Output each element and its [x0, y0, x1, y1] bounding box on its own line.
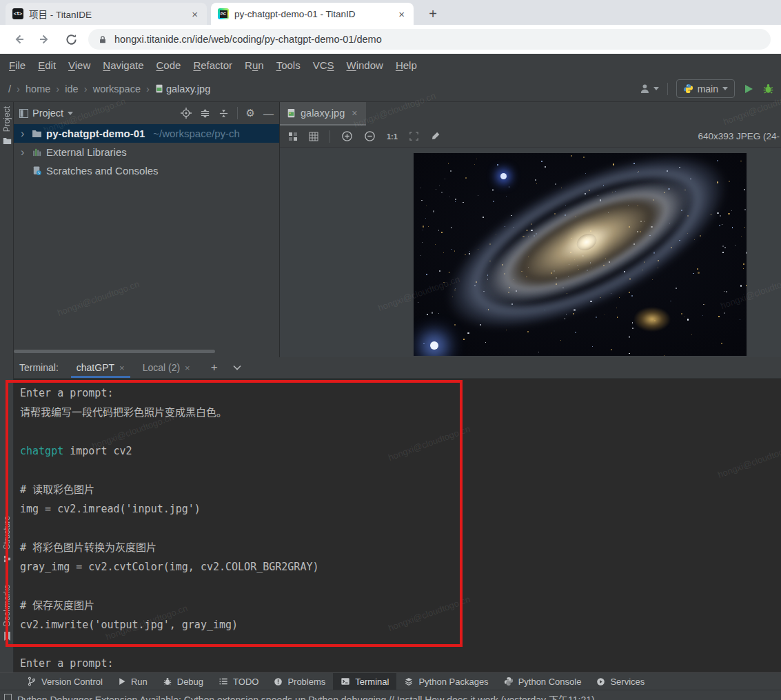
- blue-star: [500, 173, 507, 179]
- menu-file[interactable]: File: [3, 59, 32, 71]
- close-icon[interactable]: ×: [185, 363, 190, 373]
- stripe-tab-project[interactable]: Project: [0, 106, 14, 145]
- terminal-line: [20, 577, 781, 596]
- terminal-line: # 保存灰度图片: [20, 596, 781, 615]
- editor-tab-galaxy[interactable]: galaxy.jpg ×: [280, 102, 366, 126]
- menu-window[interactable]: Window: [341, 59, 389, 71]
- lock-icon: [98, 34, 108, 45]
- breadcrumb-item[interactable]: home: [24, 83, 52, 94]
- menu-navigate[interactable]: Navigate: [97, 59, 150, 71]
- toolwindow-terminal[interactable]: Terminal: [333, 673, 396, 690]
- tree-item-external-libraries[interactable]: › External Libraries: [14, 143, 279, 161]
- browser-tab-pycharm-demo[interactable]: PC py-chatgpt-demo-01 - TitanID ×: [211, 3, 414, 25]
- stripe-tab-bookmarks[interactable]: Bookmarks: [0, 585, 14, 641]
- toolwindow-debug[interactable]: Debug: [155, 673, 211, 690]
- refresh-icon[interactable]: [63, 32, 79, 47]
- image-info-text: 640x393 JPEG (24-: [698, 131, 780, 141]
- settings-gear-icon[interactable]: ⚙: [246, 107, 255, 119]
- tree-item-scratches[interactable]: Scratches and Consoles: [14, 161, 279, 180]
- menu-run[interactable]: Run: [239, 59, 270, 71]
- toolwindow-services[interactable]: Services: [589, 673, 652, 690]
- collapse-all-icon[interactable]: [219, 108, 229, 119]
- menu-code[interactable]: Code: [150, 59, 187, 71]
- galaxy-image[interactable]: [414, 153, 747, 356]
- terminal-line: Enter a prompt:: [20, 383, 781, 403]
- horizontal-scrollbar[interactable]: [14, 350, 215, 353]
- menu-tools[interactable]: Tools: [270, 59, 307, 71]
- transparency-chessboard-icon[interactable]: [288, 132, 298, 141]
- close-tab-icon[interactable]: ×: [396, 8, 407, 20]
- forward-icon[interactable]: [37, 32, 52, 47]
- titanide-favicon-icon: <t>: [12, 8, 23, 19]
- breadcrumb-item[interactable]: galaxy.jpg: [154, 83, 212, 94]
- user-accounts-button[interactable]: [640, 83, 659, 94]
- terminal-icon: [341, 677, 350, 686]
- left-tool-stripe: Project Structure Bookmarks: [0, 102, 14, 672]
- toolwindow-bar: Version ControlRunDebugTODOProblemsTermi…: [0, 672, 781, 690]
- bookmark-icon: [3, 632, 11, 641]
- menu-help[interactable]: Help: [389, 59, 423, 71]
- tree-item-project-root[interactable]: › py-chatgpt-demo-01 ~/workspace/py-ch: [14, 124, 279, 143]
- chevron-right-icon[interactable]: ›: [21, 146, 28, 159]
- close-tab-icon[interactable]: ×: [190, 8, 200, 20]
- stripe-label-structure: Structure: [2, 516, 12, 550]
- color-picker-icon[interactable]: [430, 131, 440, 141]
- locate-file-icon[interactable]: [181, 108, 192, 119]
- actual-size-button[interactable]: 1:1: [387, 132, 398, 141]
- toolwindow-problems[interactable]: Problems: [266, 673, 333, 690]
- run-button[interactable]: [743, 83, 754, 94]
- breadcrumb-item[interactable]: /: [7, 83, 12, 94]
- breadcrumb-item[interactable]: workspace: [92, 83, 142, 94]
- terminal-line: gray_img = cv2.cvtColor(img, cv2.COLOR_B…: [20, 557, 781, 577]
- branch-name: main: [698, 83, 718, 94]
- zoom-in-icon[interactable]: [341, 130, 353, 142]
- zoom-out-icon[interactable]: [364, 130, 376, 142]
- menu-edit[interactable]: Edit: [32, 59, 62, 71]
- close-icon[interactable]: ×: [119, 363, 125, 373]
- image-file-icon: [287, 108, 296, 118]
- back-icon[interactable]: [11, 32, 26, 47]
- stripe-label-project: Project: [2, 106, 12, 132]
- toolwindow-run[interactable]: Run: [110, 673, 155, 690]
- menu-vcs[interactable]: VCS: [307, 59, 341, 71]
- companion-galaxy: [633, 307, 671, 332]
- terminal-line: [20, 519, 781, 538]
- menu-refactor[interactable]: Refactor: [187, 59, 239, 71]
- terminal-output[interactable]: Enter a prompt:请帮我编写一段代码把彩色照片变成黑白色。 chat…: [14, 379, 781, 672]
- debug-button[interactable]: [762, 83, 774, 94]
- navigation-bar: /›home›ide›workspace›galaxy.jpg main: [0, 76, 781, 102]
- packages-icon: [404, 677, 414, 686]
- status-notification[interactable]: Python Debugger Extension Available: Cyt…: [0, 690, 781, 700]
- terminal-tab-chatgpt[interactable]: chatGPT ×: [77, 362, 125, 373]
- browser-tab-strip: <t> 项目 - TitanIDE × PC py-chatgpt-demo-0…: [0, 0, 781, 25]
- chevron-right-icon[interactable]: ›: [21, 128, 28, 140]
- divider: [329, 130, 330, 143]
- toolwindow-version-control[interactable]: Version Control: [19, 673, 110, 690]
- divider: [667, 83, 668, 95]
- expand-all-icon[interactable]: [200, 108, 210, 119]
- menu-view[interactable]: View: [62, 59, 97, 71]
- address-bar[interactable]: hongxi.titanide.cn/ide/web/coding/py-cha…: [88, 29, 771, 50]
- new-tab-button[interactable]: +: [423, 4, 443, 23]
- toolwindow-python-console[interactable]: Python Console: [496, 673, 589, 690]
- breadcrumb-item[interactable]: ide: [63, 83, 79, 94]
- browser-toolbar: hongxi.titanide.cn/ide/web/coding/py-cha…: [0, 25, 781, 54]
- chevron-down-icon[interactable]: [68, 112, 73, 115]
- project-panel-title[interactable]: Project: [32, 108, 63, 119]
- hide-panel-icon[interactable]: —: [263, 108, 274, 119]
- browser-tab-titanide[interactable]: <t> 项目 - TitanIDE ×: [6, 3, 207, 25]
- toolwindow-todo[interactable]: TODO: [211, 673, 266, 690]
- terminal-tab-local[interactable]: Local (2) ×: [143, 362, 190, 373]
- image-viewer: [280, 148, 781, 357]
- new-terminal-button[interactable]: +: [211, 361, 218, 374]
- stripe-tab-structure[interactable]: Structure: [0, 516, 14, 563]
- terminal-line: Enter a prompt:: [20, 654, 781, 673]
- fit-zoom-icon[interactable]: [409, 131, 419, 141]
- run-configuration-select[interactable]: main: [676, 79, 735, 98]
- terminal-line: [20, 422, 781, 441]
- menu-bar: FileEditViewNavigateCodeRefactorRunTools…: [0, 54, 781, 76]
- grid-lines-icon[interactable]: [309, 132, 318, 141]
- chevron-down-icon[interactable]: [233, 365, 241, 370]
- close-tab-icon[interactable]: ×: [349, 108, 359, 119]
- toolwindow-python-packages[interactable]: Python Packages: [396, 673, 496, 690]
